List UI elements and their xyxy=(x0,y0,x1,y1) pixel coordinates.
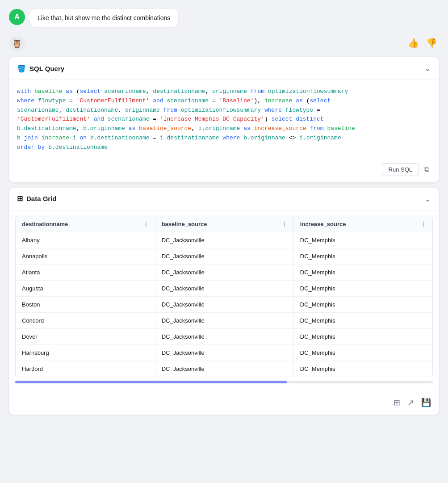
cell-increase_source: DC_Memphis xyxy=(293,264,432,280)
cell-destinationname: Albany xyxy=(16,232,155,248)
col-header-increase-source: increase_source ⋮ xyxy=(293,216,432,232)
cell-destinationname: Harrisburg xyxy=(16,344,155,361)
table-row: HartfordDC_JacksonvilleDC_Memphis xyxy=(16,361,432,377)
cell-increase_source: DC_Memphis xyxy=(293,344,432,361)
sql-footer: Run SQL ⧉ xyxy=(9,160,439,182)
col-header-baseline-source: baseline_source ⋮ xyxy=(155,216,293,232)
thumbs-up-button[interactable]: 👍 xyxy=(406,36,421,50)
horizontal-scrollbar[interactable] xyxy=(15,381,433,383)
grid-export-button[interactable]: ↗ xyxy=(406,396,416,409)
grid-footer: ⊞ ↗ 💾 xyxy=(9,392,439,415)
sql-query-card: 🪣 SQL Query ⌄ with baseline as (select s… xyxy=(9,57,439,182)
ai-header: 🦉 👍 👎 xyxy=(9,36,439,52)
cell-increase_source: DC_Memphis xyxy=(293,296,432,312)
cell-destinationname: Hartford xyxy=(16,361,155,377)
table-header-row: destinationname ⋮ baseline_source ⋮ incr… xyxy=(16,216,432,232)
data-grid-title: ⊞ Data Grid xyxy=(17,194,57,203)
cell-baseline_source: DC_Jacksonville xyxy=(155,248,293,264)
cell-baseline_source: DC_Jacksonville xyxy=(155,280,293,296)
table-row: BostonDC_JacksonvilleDC_Memphis xyxy=(16,296,432,312)
cell-baseline_source: DC_Jacksonville xyxy=(155,264,293,280)
run-sql-button[interactable]: Run SQL xyxy=(382,163,419,176)
cell-increase_source: DC_Memphis xyxy=(293,361,432,377)
data-grid-icon: ⊞ xyxy=(17,194,23,203)
cell-baseline_source: DC_Jacksonville xyxy=(155,296,293,312)
data-grid-card: ⊞ Data Grid ⌄ destinationname ⋮ base xyxy=(9,188,439,415)
cell-increase_source: DC_Memphis xyxy=(293,312,432,328)
cell-increase_source: DC_Memphis xyxy=(293,280,432,296)
cell-baseline_source: DC_Jacksonville xyxy=(155,312,293,328)
col-menu-icon-dest[interactable]: ⋮ xyxy=(143,221,149,227)
data-grid-header: ⊞ Data Grid ⌄ xyxy=(9,188,439,210)
col-menu-icon-baseline[interactable]: ⋮ xyxy=(281,221,287,227)
data-table: destinationname ⋮ baseline_source ⋮ incr… xyxy=(16,216,432,377)
sql-body: with baseline as (select scenarioname, d… xyxy=(9,80,439,160)
table-row: AugustaDC_JacksonvilleDC_Memphis xyxy=(16,280,432,296)
sql-code-block: with baseline as (select scenarioname, d… xyxy=(17,87,431,152)
cell-destinationname: Concord xyxy=(16,312,155,328)
table-row: AtlantaDC_JacksonvilleDC_Memphis xyxy=(16,264,432,280)
sql-icon: 🪣 xyxy=(17,64,26,73)
ai-avatar-emoji: 🦉 xyxy=(12,39,22,49)
cell-increase_source: DC_Memphis xyxy=(293,232,432,248)
chat-message-area: A Like that, but show me the distinct co… xyxy=(9,9,439,27)
grid-view-button[interactable]: ⊞ xyxy=(392,396,402,409)
cell-increase_source: DC_Memphis xyxy=(293,328,432,344)
sql-title-text: SQL Query xyxy=(29,65,64,72)
cell-baseline_source: DC_Jacksonville xyxy=(155,361,293,377)
cell-destinationname: Atlanta xyxy=(16,264,155,280)
feedback-buttons: 👍 👎 xyxy=(406,36,439,50)
table-row: ConcordDC_JacksonvilleDC_Memphis xyxy=(16,312,432,328)
cell-destinationname: Annapolis xyxy=(16,248,155,264)
col-menu-icon-increase[interactable]: ⋮ xyxy=(420,221,426,227)
cell-destinationname: Augusta xyxy=(16,280,155,296)
sql-card-collapse-button[interactable]: ⌄ xyxy=(424,63,431,73)
cell-baseline_source: DC_Jacksonville xyxy=(155,328,293,344)
ai-avatar: 🦉 xyxy=(9,36,25,52)
cell-baseline_source: DC_Jacksonville xyxy=(155,232,293,248)
chat-message-text: Like that, but show me the distinct comb… xyxy=(38,14,170,21)
grid-body: destinationname ⋮ baseline_source ⋮ incr… xyxy=(9,210,439,392)
table-row: AlbanyDC_JacksonvilleDC_Memphis xyxy=(16,232,432,248)
scrollbar-thumb xyxy=(15,381,287,383)
cell-destinationname: Boston xyxy=(16,296,155,312)
copy-sql-button[interactable]: ⧉ xyxy=(423,164,431,175)
cell-destinationname: Dover xyxy=(16,328,155,344)
ai-response-area: 🦉 👍 👎 🪣 SQL Query ⌄ with baseline as (se… xyxy=(9,36,439,415)
sql-card-header: 🪣 SQL Query ⌄ xyxy=(9,57,439,80)
data-grid-title-text: Data Grid xyxy=(26,195,57,202)
cell-increase_source: DC_Memphis xyxy=(293,248,432,264)
sql-card-title: 🪣 SQL Query xyxy=(17,64,64,73)
chat-bubble: Like that, but show me the distinct comb… xyxy=(29,9,178,27)
user-avatar: A xyxy=(9,9,25,25)
data-table-wrapper: destinationname ⋮ baseline_source ⋮ incr… xyxy=(15,216,433,377)
table-row: DoverDC_JacksonvilleDC_Memphis xyxy=(16,328,432,344)
table-row: HarrisburgDC_JacksonvilleDC_Memphis xyxy=(16,344,432,361)
cell-baseline_source: DC_Jacksonville xyxy=(155,344,293,361)
grid-save-button[interactable]: 💾 xyxy=(419,396,433,409)
col-header-destinationname: destinationname ⋮ xyxy=(16,216,155,232)
thumbs-down-button[interactable]: 👎 xyxy=(424,36,439,50)
table-row: AnnapolisDC_JacksonvilleDC_Memphis xyxy=(16,248,432,264)
data-grid-collapse-button[interactable]: ⌄ xyxy=(424,194,431,204)
